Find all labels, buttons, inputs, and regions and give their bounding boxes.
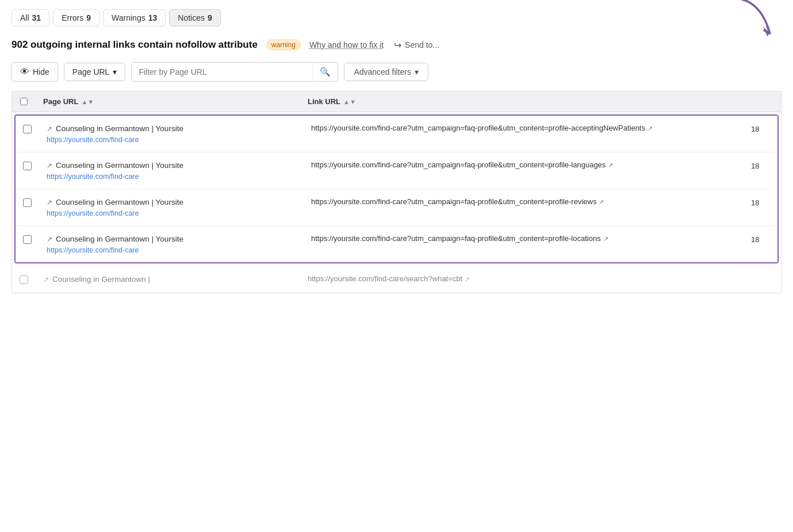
data-table: Page URL ▲▼ Link URL ▲▼ ↗ Counseling in … bbox=[12, 91, 781, 293]
tab-warnings[interactable]: Warnings13 bbox=[103, 9, 166, 26]
filter-input[interactable] bbox=[132, 63, 312, 81]
row-checkbox[interactable] bbox=[23, 162, 32, 170]
fix-link[interactable]: Why and how to fix it bbox=[309, 40, 384, 49]
td-page-url: ↗ Counseling in Germantown | Yoursite ht… bbox=[39, 152, 303, 189]
table-header: Page URL ▲▼ Link URL ▲▼ bbox=[12, 91, 781, 112]
external-link-icon: ↗ bbox=[47, 235, 52, 243]
chevron-down-icon: ▾ bbox=[113, 67, 117, 76]
table-row: ↗ Counseling in Germantown | Yoursite ht… bbox=[16, 152, 777, 189]
filter-input-wrap: 🔍 bbox=[131, 62, 338, 82]
td-page-url: ↗ Counseling in Germantown | Yoursite ht… bbox=[39, 116, 303, 152]
th-page-url[interactable]: Page URL ▲▼ bbox=[35, 91, 300, 112]
td-link-url: https://yoursite.com/find-care?utm_campa… bbox=[303, 152, 743, 177]
partial-row: ↗ Counseling in Germantown | https://you… bbox=[12, 266, 781, 293]
tabs-row: All31Errors9Warnings13Notices9 bbox=[12, 9, 781, 26]
warning-badge: warning bbox=[266, 39, 301, 51]
tab-errors[interactable]: Errors9 bbox=[53, 9, 99, 26]
th-link-url[interactable]: Link URL ▲▼ bbox=[300, 91, 746, 112]
row-checkbox[interactable] bbox=[23, 125, 32, 133]
advanced-filters-button[interactable]: Advanced filters ▾ bbox=[344, 63, 428, 81]
page-url-link[interactable]: https://yoursite.com/find-care bbox=[47, 173, 295, 181]
row-checkbox[interactable] bbox=[20, 275, 28, 284]
search-button[interactable]: 🔍 bbox=[312, 63, 338, 81]
chevron-down-icon: ▾ bbox=[415, 67, 419, 76]
td-link-url: https://yoursite.com/find-care?utm_campa… bbox=[303, 226, 743, 251]
send-to-button[interactable]: ↪ Send to... bbox=[394, 40, 439, 51]
external-link-icon: ↗ bbox=[47, 162, 52, 170]
row-checkbox[interactable] bbox=[23, 235, 32, 244]
external-link-icon: ↗ bbox=[648, 125, 653, 132]
external-link-icon: ↗ bbox=[465, 275, 470, 283]
page-title: 902 outgoing internal links contain nofo… bbox=[12, 39, 258, 51]
search-icon: 🔍 bbox=[320, 67, 331, 76]
table-row: ↗ Counseling in Germantown | Yoursite ht… bbox=[16, 189, 777, 226]
td-num: 18 bbox=[743, 189, 777, 215]
table-row: ↗ Counseling in Germantown | Yoursite ht… bbox=[16, 226, 777, 262]
td-check bbox=[16, 189, 39, 207]
external-link-icon: ↗ bbox=[599, 198, 604, 206]
table-row: ↗ Counseling in Germantown | Yoursite ht… bbox=[16, 116, 777, 152]
td-link-url: https://yoursite.com/find-care?utm_campa… bbox=[303, 189, 743, 214]
external-link-icon: ↗ bbox=[43, 275, 49, 284]
external-link-icon: ↗ bbox=[47, 125, 52, 133]
eye-icon: 👁 bbox=[20, 67, 29, 77]
external-link-icon: ↗ bbox=[603, 235, 608, 243]
td-page-url: ↗ Counseling in Germantown | Yoursite ht… bbox=[39, 226, 303, 262]
hide-button[interactable]: 👁 Hide bbox=[12, 62, 58, 82]
send-to-icon: ↪ bbox=[394, 40, 401, 51]
heading-row: 902 outgoing internal links contain nofo… bbox=[12, 39, 781, 51]
tab-notices[interactable]: Notices9 bbox=[169, 9, 220, 26]
td-page-url: ↗ Counseling in Germantown | Yoursite ht… bbox=[39, 189, 303, 225]
td-check bbox=[16, 152, 39, 170]
td-link-url: https://yoursite.com/find-care?utm_campa… bbox=[303, 116, 743, 140]
row-checkbox[interactable] bbox=[23, 198, 32, 207]
td-check bbox=[16, 116, 39, 133]
highlighted-rows: ↗ Counseling in Germantown | Yoursite ht… bbox=[14, 114, 779, 263]
toolbar-row: 👁 Hide Page URL ▾ 🔍 Advanced filters ▾ bbox=[12, 62, 781, 82]
th-num bbox=[746, 96, 781, 108]
td-num: 18 bbox=[743, 116, 777, 141]
td-num bbox=[746, 266, 781, 284]
page-url-link[interactable]: https://yoursite.com/find-care bbox=[47, 246, 295, 254]
td-page-url: ↗ Counseling in Germantown | bbox=[35, 266, 300, 293]
td-link-url: https://yoursite.com/find-care/search?wh… bbox=[300, 266, 746, 291]
page-url-dropdown[interactable]: Page URL ▾ bbox=[64, 63, 126, 81]
td-num: 18 bbox=[743, 152, 777, 178]
external-link-icon: ↗ bbox=[47, 198, 52, 206]
td-check bbox=[16, 226, 39, 244]
td-num: 18 bbox=[743, 226, 777, 252]
external-link-icon: ↗ bbox=[608, 162, 613, 169]
select-all-checkbox[interactable] bbox=[20, 97, 28, 106]
page-url-link[interactable]: https://yoursite.com/find-care bbox=[47, 209, 295, 217]
th-checkbox bbox=[12, 91, 35, 112]
tab-all[interactable]: All31 bbox=[12, 9, 49, 26]
sort-icon: ▲▼ bbox=[343, 98, 356, 105]
td-check bbox=[12, 266, 35, 284]
page-url-link[interactable]: https://yoursite.com/find-care bbox=[47, 136, 295, 144]
sort-icon: ▲▼ bbox=[81, 98, 94, 105]
svg-marker-0 bbox=[763, 26, 770, 36]
